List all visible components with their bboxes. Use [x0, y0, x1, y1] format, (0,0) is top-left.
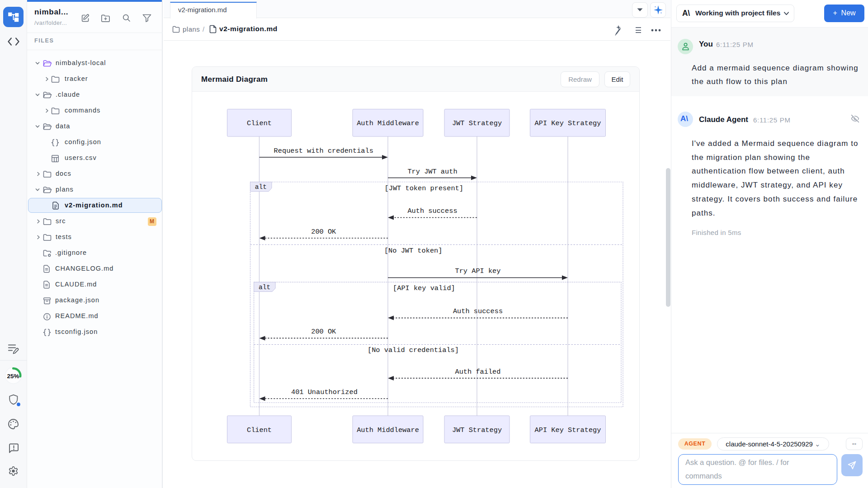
svg-text:JWT Strategy: JWT Strategy — [452, 119, 502, 127]
svg-text:Auth Middleware: Auth Middleware — [357, 119, 419, 127]
svg-text:API Key Strategy: API Key Strategy — [535, 426, 601, 434]
svg-text:API Key Strategy: API Key Strategy — [535, 119, 601, 127]
svg-text:Auth failed: Auth failed — [455, 368, 501, 376]
svg-text:25%: 25% — [7, 373, 19, 380]
svg-text:[API key valid]: [API key valid] — [393, 284, 455, 292]
svg-text:200 OK: 200 OK — [311, 328, 336, 336]
svg-text:[No JWT token]: [No JWT token] — [384, 247, 443, 255]
svg-text:Request with credentials: Request with credentials — [274, 147, 373, 155]
svg-text:JWT Strategy: JWT Strategy — [452, 426, 502, 434]
svg-text:401 Unauthorized: 401 Unauthorized — [291, 388, 358, 396]
svg-text:Auth Middleware: Auth Middleware — [357, 426, 419, 434]
svg-text:[No valid credentials]: [No valid credentials] — [368, 346, 459, 354]
svg-text:Client: Client — [247, 426, 272, 434]
svg-text:alt: alt — [255, 183, 267, 191]
svg-text:Auth success: Auth success — [407, 207, 457, 215]
svg-text:alt: alt — [259, 284, 270, 291]
svg-text:Client: Client — [247, 119, 272, 127]
svg-text:[JWT token present]: [JWT token present] — [385, 184, 463, 192]
svg-text:Try API key: Try API key — [455, 267, 501, 275]
svg-text:Try JWT auth: Try JWT auth — [407, 168, 457, 176]
svg-text:200 OK: 200 OK — [311, 228, 336, 236]
svg-text:Auth success: Auth success — [453, 307, 503, 315]
